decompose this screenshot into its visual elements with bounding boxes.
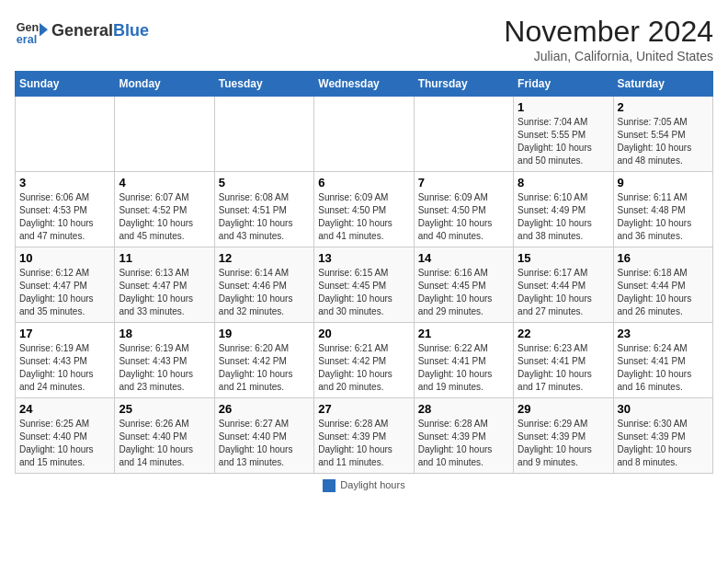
calendar-cell: 24Sunrise: 6:25 AM Sunset: 4:40 PM Dayli…: [16, 398, 115, 474]
day-info: Sunrise: 6:15 AM Sunset: 4:45 PM Dayligh…: [318, 267, 409, 318]
legend: Daylight hours: [15, 479, 713, 492]
day-number: 11: [119, 251, 210, 265]
header-row: Sunday Monday Tuesday Wednesday Thursday…: [16, 72, 713, 97]
day-info: Sunrise: 7:05 AM Sunset: 5:54 PM Dayligh…: [618, 116, 709, 167]
calendar-cell: 12Sunrise: 6:14 AM Sunset: 4:46 PM Dayli…: [214, 247, 313, 323]
day-number: 14: [418, 251, 509, 265]
calendar-cell: 21Sunrise: 6:22 AM Sunset: 4:41 PM Dayli…: [414, 323, 513, 398]
day-number: 16: [618, 251, 709, 265]
calendar-body: 1Sunrise: 7:04 AM Sunset: 5:55 PM Daylig…: [16, 97, 713, 474]
calendar-cell: 7Sunrise: 6:09 AM Sunset: 4:50 PM Daylig…: [414, 172, 513, 247]
calendar-cell: 26Sunrise: 6:27 AM Sunset: 4:40 PM Dayli…: [214, 398, 313, 474]
day-number: 5: [219, 176, 310, 190]
day-info: Sunrise: 6:09 AM Sunset: 4:50 PM Dayligh…: [418, 191, 509, 243]
day-number: 1: [518, 100, 609, 114]
calendar-cell: 15Sunrise: 6:17 AM Sunset: 4:44 PM Dayli…: [514, 247, 613, 323]
day-number: 15: [518, 251, 609, 265]
day-number: 3: [19, 176, 110, 190]
day-info: Sunrise: 6:22 AM Sunset: 4:41 PM Dayligh…: [418, 342, 509, 394]
calendar-cell: 3Sunrise: 6:06 AM Sunset: 4:53 PM Daylig…: [16, 172, 115, 247]
calendar-cell: 18Sunrise: 6:19 AM Sunset: 4:43 PM Dayli…: [115, 323, 214, 398]
day-info: Sunrise: 6:17 AM Sunset: 4:44 PM Dayligh…: [518, 267, 609, 318]
day-info: Sunrise: 6:26 AM Sunset: 4:40 PM Dayligh…: [119, 418, 210, 469]
day-number: 12: [219, 251, 310, 265]
calendar-cell: 30Sunrise: 6:30 AM Sunset: 4:39 PM Dayli…: [613, 398, 712, 474]
day-number: 23: [618, 327, 709, 340]
col-friday: Friday: [514, 72, 613, 97]
calendar-cell: 27Sunrise: 6:28 AM Sunset: 4:39 PM Dayli…: [314, 398, 414, 474]
calendar-cell: 25Sunrise: 6:26 AM Sunset: 4:40 PM Dayli…: [115, 398, 214, 474]
calendar-cell: [314, 97, 414, 172]
day-info: Sunrise: 6:27 AM Sunset: 4:40 PM Dayligh…: [219, 418, 310, 469]
day-number: 17: [19, 327, 110, 340]
calendar-week-4: 17Sunrise: 6:19 AM Sunset: 4:43 PM Dayli…: [16, 323, 713, 398]
calendar-cell: 23Sunrise: 6:24 AM Sunset: 4:41 PM Dayli…: [613, 323, 712, 398]
calendar-cell: 22Sunrise: 6:23 AM Sunset: 4:41 PM Dayli…: [514, 323, 613, 398]
calendar-cell: 5Sunrise: 6:08 AM Sunset: 4:51 PM Daylig…: [214, 172, 313, 247]
logo: Gen eral GeneralBlue: [15, 15, 149, 48]
logo-text-line1: GeneralBlue: [51, 21, 149, 41]
calendar-table: Sunday Monday Tuesday Wednesday Thursday…: [15, 71, 713, 474]
calendar-cell: [214, 97, 313, 172]
day-number: 13: [318, 251, 409, 265]
day-info: Sunrise: 6:24 AM Sunset: 4:41 PM Dayligh…: [618, 342, 709, 394]
day-number: 2: [618, 100, 709, 114]
day-info: Sunrise: 6:14 AM Sunset: 4:46 PM Dayligh…: [219, 267, 310, 318]
day-info: Sunrise: 6:07 AM Sunset: 4:52 PM Dayligh…: [119, 191, 210, 243]
day-info: Sunrise: 6:18 AM Sunset: 4:44 PM Dayligh…: [618, 267, 709, 318]
calendar-cell: 13Sunrise: 6:15 AM Sunset: 4:45 PM Dayli…: [314, 247, 414, 323]
calendar-week-5: 24Sunrise: 6:25 AM Sunset: 4:40 PM Dayli…: [16, 398, 713, 474]
calendar-cell: 20Sunrise: 6:21 AM Sunset: 4:42 PM Dayli…: [314, 323, 414, 398]
calendar-week-3: 10Sunrise: 6:12 AM Sunset: 4:47 PM Dayli…: [16, 247, 713, 323]
day-number: 6: [318, 176, 409, 190]
day-info: Sunrise: 6:13 AM Sunset: 4:47 PM Dayligh…: [119, 267, 210, 318]
day-info: Sunrise: 6:23 AM Sunset: 4:41 PM Dayligh…: [518, 342, 609, 394]
day-info: Sunrise: 6:30 AM Sunset: 4:39 PM Dayligh…: [618, 418, 709, 469]
day-number: 4: [119, 176, 210, 190]
logo-icon: Gen eral: [15, 15, 48, 48]
day-info: Sunrise: 6:20 AM Sunset: 4:42 PM Dayligh…: [219, 342, 310, 394]
day-number: 9: [618, 176, 709, 190]
day-number: 29: [518, 402, 609, 416]
day-info: Sunrise: 6:19 AM Sunset: 4:43 PM Dayligh…: [19, 342, 110, 394]
calendar-cell: 4Sunrise: 6:07 AM Sunset: 4:52 PM Daylig…: [115, 172, 214, 247]
day-info: Sunrise: 6:28 AM Sunset: 4:39 PM Dayligh…: [418, 418, 509, 469]
calendar-cell: 2Sunrise: 7:05 AM Sunset: 5:54 PM Daylig…: [613, 97, 712, 172]
day-info: Sunrise: 6:06 AM Sunset: 4:53 PM Dayligh…: [19, 191, 110, 243]
calendar-cell: 1Sunrise: 7:04 AM Sunset: 5:55 PM Daylig…: [514, 97, 613, 172]
calendar-cell: 9Sunrise: 6:11 AM Sunset: 4:48 PM Daylig…: [613, 172, 712, 247]
day-number: 25: [119, 402, 210, 416]
day-info: Sunrise: 6:08 AM Sunset: 4:51 PM Dayligh…: [219, 191, 310, 243]
calendar-cell: [16, 97, 115, 172]
day-number: 26: [219, 402, 310, 416]
day-info: Sunrise: 6:28 AM Sunset: 4:39 PM Dayligh…: [318, 418, 409, 469]
day-info: Sunrise: 6:11 AM Sunset: 4:48 PM Dayligh…: [618, 191, 709, 243]
calendar-cell: 6Sunrise: 6:09 AM Sunset: 4:50 PM Daylig…: [314, 172, 414, 247]
calendar-cell: 17Sunrise: 6:19 AM Sunset: 4:43 PM Dayli…: [16, 323, 115, 398]
month-title: November 2024: [504, 15, 713, 49]
day-info: Sunrise: 6:29 AM Sunset: 4:39 PM Dayligh…: [518, 418, 609, 469]
location: Julian, California, United States: [504, 49, 713, 63]
day-info: Sunrise: 6:16 AM Sunset: 4:45 PM Dayligh…: [418, 267, 509, 318]
calendar-cell: 14Sunrise: 6:16 AM Sunset: 4:45 PM Dayli…: [414, 247, 513, 323]
calendar-cell: 10Sunrise: 6:12 AM Sunset: 4:47 PM Dayli…: [16, 247, 115, 323]
day-number: 22: [518, 327, 609, 340]
calendar-cell: 8Sunrise: 6:10 AM Sunset: 4:49 PM Daylig…: [514, 172, 613, 247]
calendar-cell: 16Sunrise: 6:18 AM Sunset: 4:44 PM Dayli…: [613, 247, 712, 323]
title-block: November 2024 Julian, California, United…: [504, 15, 713, 63]
calendar-cell: 28Sunrise: 6:28 AM Sunset: 4:39 PM Dayli…: [414, 398, 513, 474]
col-monday: Monday: [115, 72, 214, 97]
calendar-week-2: 3Sunrise: 6:06 AM Sunset: 4:53 PM Daylig…: [16, 172, 713, 247]
calendar-cell: [115, 97, 214, 172]
svg-text:eral: eral: [17, 33, 37, 46]
page-header: Gen eral GeneralBlue November 2024 Julia…: [15, 15, 713, 63]
col-sunday: Sunday: [16, 72, 115, 97]
day-number: 7: [418, 176, 509, 190]
calendar-header: Sunday Monday Tuesday Wednesday Thursday…: [16, 72, 713, 97]
calendar-cell: 29Sunrise: 6:29 AM Sunset: 4:39 PM Dayli…: [514, 398, 613, 474]
col-saturday: Saturday: [613, 72, 712, 97]
col-tuesday: Tuesday: [214, 72, 313, 97]
calendar-week-1: 1Sunrise: 7:04 AM Sunset: 5:55 PM Daylig…: [16, 97, 713, 172]
day-info: Sunrise: 6:25 AM Sunset: 4:40 PM Dayligh…: [19, 418, 110, 469]
calendar-cell: [414, 97, 513, 172]
